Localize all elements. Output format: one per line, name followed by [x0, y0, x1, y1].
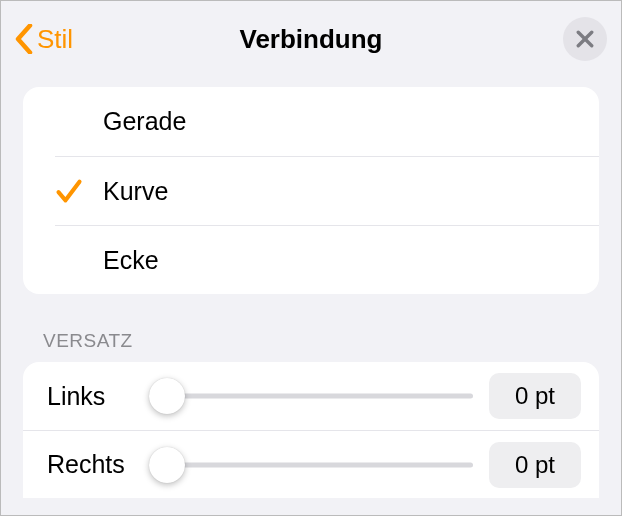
- option-label: Kurve: [103, 177, 168, 206]
- offset-label: Links: [47, 382, 147, 411]
- option-label: Ecke: [103, 246, 159, 275]
- option-kurve[interactable]: Kurve: [55, 156, 599, 225]
- offset-value-links[interactable]: 0 pt: [489, 373, 581, 419]
- offset-slider-links[interactable]: [151, 380, 473, 412]
- offset-group: Links 0 pt Rechts 0 pt: [23, 362, 599, 498]
- checkmark-icon: [55, 177, 83, 205]
- back-label: Stil: [37, 24, 73, 55]
- page-title: Verbindung: [1, 24, 621, 55]
- checkmark-slot: [55, 177, 103, 205]
- chevron-left-icon: [15, 24, 33, 54]
- option-gerade[interactable]: Gerade: [23, 87, 599, 156]
- header: Stil Verbindung: [1, 1, 621, 77]
- offset-row-rechts: Rechts 0 pt: [23, 430, 599, 498]
- section-header-offset: VERSATZ: [43, 330, 579, 352]
- slider-track: [151, 394, 473, 399]
- option-ecke[interactable]: Ecke: [55, 225, 599, 294]
- offset-value-rechts[interactable]: 0 pt: [489, 442, 581, 488]
- back-button[interactable]: Stil: [1, 24, 73, 55]
- slider-thumb[interactable]: [149, 447, 185, 483]
- offset-row-links: Links 0 pt: [23, 362, 599, 430]
- option-label: Gerade: [103, 107, 186, 136]
- slider-track: [151, 462, 473, 467]
- close-button[interactable]: [563, 17, 607, 61]
- offset-slider-rechts[interactable]: [151, 449, 473, 481]
- slider-thumb[interactable]: [149, 378, 185, 414]
- offset-label: Rechts: [47, 450, 147, 479]
- close-icon: [576, 30, 594, 48]
- connection-type-list: Gerade Kurve Ecke: [23, 87, 599, 294]
